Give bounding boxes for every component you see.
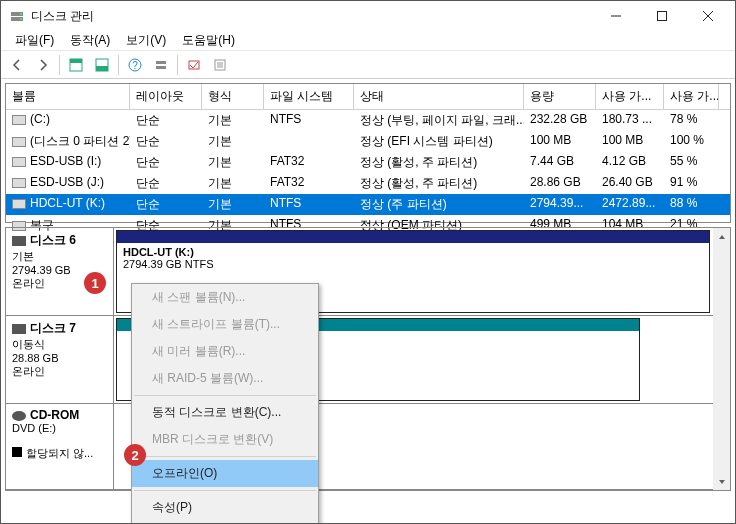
disk-row-cdrom[interactable]: CD-ROM DVD (E:) 할당되지 않... (6, 404, 730, 490)
back-button[interactable] (5, 53, 29, 77)
disk-7-size: 28.88 GB (12, 352, 107, 364)
ctx-properties[interactable]: 속성(P) (132, 494, 318, 521)
cdrom-name: CD-ROM (30, 408, 79, 422)
svg-rect-9 (70, 59, 82, 63)
table-row[interactable]: (C:)단순기본NTFS정상 (부팅, 페이지 파일, 크래...232.28 … (6, 110, 730, 131)
col-pct[interactable]: 사용 가... (664, 84, 719, 109)
svg-rect-14 (156, 61, 166, 64)
volume-icon (12, 199, 26, 209)
disk-row-6[interactable]: 디스크 6 기본 2794.39 GB 온라인 HDCL-UT (K:) 279… (6, 228, 730, 316)
disk-7-type: 이동식 (12, 337, 107, 352)
column-headers: 볼륨 레이아웃 형식 파일 시스템 상태 용량 사용 가... 사용 가... (6, 84, 730, 110)
toolbar: ? (1, 51, 735, 79)
view-graphical-button[interactable] (90, 53, 114, 77)
disk-7-status: 온라인 (12, 364, 107, 379)
cdrom-type: DVD (E:) (12, 422, 107, 434)
svg-rect-11 (96, 66, 108, 71)
window-title: 디스크 관리 (31, 8, 593, 25)
col-type[interactable]: 형식 (202, 84, 264, 109)
scroll-down-button[interactable] (713, 473, 730, 490)
annotation-badge-2: 2 (124, 444, 146, 466)
ctx-new-raid5[interactable]: 새 RAID-5 볼륨(W)... (132, 365, 318, 392)
ctx-new-span[interactable]: 새 스팬 볼륨(N)... (132, 284, 318, 311)
annotation-badge-1: 1 (84, 272, 106, 294)
titlebar: 디스크 관리 (1, 1, 735, 31)
table-row[interactable]: ESD-USB (I:)단순기본FAT32정상 (활성, 주 파티션)7.44 … (6, 152, 730, 173)
partition-name: HDCL-UT (K:) (123, 246, 703, 258)
forward-button[interactable] (31, 53, 55, 77)
menu-action[interactable]: 동작(A) (62, 32, 118, 49)
view-list-button[interactable] (64, 53, 88, 77)
menubar: 파일(F) 동작(A) 보기(V) 도움말(H) (1, 31, 735, 51)
minimize-button[interactable] (593, 1, 639, 31)
disk-info-cdrom: CD-ROM DVD (E:) 할당되지 않... (6, 404, 114, 489)
menu-view[interactable]: 보기(V) (118, 32, 174, 49)
help-button[interactable]: ? (123, 53, 147, 77)
disk-icon (12, 236, 26, 246)
volume-icon (12, 178, 26, 188)
col-status[interactable]: 상태 (354, 84, 524, 109)
disk-6-type: 기본 (12, 249, 107, 264)
ctx-offline[interactable]: 오프라인(O) (132, 460, 318, 487)
svg-rect-5 (658, 12, 667, 21)
ctx-convert-mbr[interactable]: MBR 디스크로 변환(V) (132, 426, 318, 453)
col-layout[interactable]: 레이아웃 (130, 84, 202, 109)
disk-6-name: 디스크 6 (30, 233, 76, 247)
maximize-button[interactable] (639, 1, 685, 31)
col-capacity[interactable]: 용량 (524, 84, 596, 109)
menu-help[interactable]: 도움말(H) (174, 32, 243, 49)
partition-info: 2794.39 GB NTFS (123, 258, 703, 270)
context-menu: 새 스팬 볼륨(N)... 새 스트라이프 볼륨(T)... 새 미러 볼륨(R… (131, 283, 319, 524)
col-free[interactable]: 사용 가... (596, 84, 664, 109)
scroll-up-button[interactable] (713, 228, 730, 245)
volume-icon (12, 157, 26, 167)
disk-7-name: 디스크 7 (30, 321, 76, 335)
svg-rect-15 (156, 66, 166, 69)
col-volume[interactable]: 볼륨 (6, 84, 130, 109)
menu-file[interactable]: 파일(F) (7, 32, 62, 49)
disk-graphical-view: 디스크 6 기본 2794.39 GB 온라인 HDCL-UT (K:) 279… (5, 227, 731, 491)
partition-header (117, 231, 709, 243)
ctx-convert-dynamic[interactable]: 동적 디스크로 변환(C)... (132, 399, 318, 426)
cdrom-status: 할당되지 않... (26, 447, 93, 459)
app-icon (9, 8, 25, 24)
volume-list: 볼륨 레이아웃 형식 파일 시스템 상태 용량 사용 가... 사용 가... … (5, 83, 731, 223)
cdrom-icon (12, 411, 26, 421)
table-row[interactable]: HDCL-UT (K:)단순기본NTFS정상 (주 파티션)2794.39...… (6, 194, 730, 215)
ctx-new-stripe[interactable]: 새 스트라이프 볼륨(T)... (132, 311, 318, 338)
volume-icon (12, 115, 26, 125)
svg-text:?: ? (132, 60, 138, 71)
volume-icon (12, 137, 26, 147)
table-row[interactable]: ESD-USB (J:)단순기본FAT32정상 (활성, 주 파티션)28.86… (6, 173, 730, 194)
table-row[interactable]: (디스크 0 파티션 2)단순기본정상 (EFI 시스템 파티션)100 MB1… (6, 131, 730, 152)
disk-row-7[interactable]: 디스크 7 이동식 28.88 GB 온라인 (6, 316, 730, 404)
refresh-button[interactable] (149, 53, 173, 77)
scrollbar-vertical[interactable] (713, 228, 730, 490)
disk-info-7: 디스크 7 이동식 28.88 GB 온라인 (6, 316, 114, 403)
action-button[interactable] (182, 53, 206, 77)
svg-point-3 (20, 18, 22, 20)
close-button[interactable] (685, 1, 731, 31)
properties-button[interactable] (208, 53, 232, 77)
svg-point-2 (20, 13, 22, 15)
ctx-new-mirror[interactable]: 새 미러 볼륨(R)... (132, 338, 318, 365)
disk-icon (12, 324, 26, 334)
col-fs[interactable]: 파일 시스템 (264, 84, 354, 109)
